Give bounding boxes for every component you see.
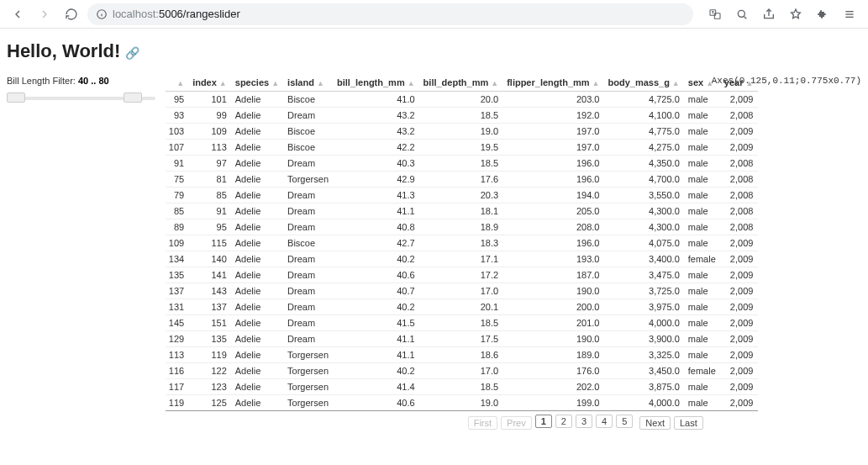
cell-island: Torgersen [284, 379, 334, 395]
cell-flipper_length_mm: 190.0 [503, 331, 604, 347]
cell-index: 113 [189, 140, 232, 156]
cell-species: Adelie [232, 251, 284, 267]
cell-island: Torgersen [284, 363, 334, 379]
column-header-index[interactable]: index▲ [189, 74, 232, 92]
cell-sex: male [685, 347, 721, 363]
cell-index: 91 [189, 203, 232, 219]
cell-species: Adelie [232, 267, 284, 283]
cell-rownum: 89 [166, 219, 189, 235]
column-header-sex[interactable]: sex▲ [685, 74, 721, 92]
cell-bill_depth_mm: 17.6 [420, 172, 504, 188]
cell-bill_length_mm: 40.2 [334, 251, 420, 267]
pager-page-2[interactable]: 2 [555, 415, 572, 428]
forward-button[interactable] [34, 3, 55, 25]
column-header-flipper_length_mm[interactable]: flipper_length_mm▲ [503, 74, 604, 92]
cell-species: Adelie [232, 347, 284, 363]
table-row[interactable]: 129135AdelieDream41.117.5190.03,900.0mal… [166, 331, 759, 347]
cell-bill_depth_mm: 20.1 [420, 299, 504, 315]
svg-point-5 [738, 10, 744, 17]
column-header-body_mass_g[interactable]: body_mass_g▲ [604, 74, 684, 92]
table-row[interactable]: 137143AdelieDream40.717.0190.03,725.0mal… [166, 283, 759, 299]
table-row[interactable]: 145151AdelieDream41.518.5201.04,000.0mal… [166, 315, 759, 331]
reload-button[interactable] [60, 3, 82, 25]
pager-page-1[interactable]: 1 [535, 415, 552, 428]
column-header-rownum[interactable]: ▲ [166, 74, 189, 92]
cell-island: Dream [284, 315, 334, 331]
cell-flipper_length_mm: 199.0 [503, 395, 604, 411]
column-header-island[interactable]: island▲ [284, 74, 334, 92]
cell-body_mass_g: 4,275.0 [604, 140, 684, 156]
cell-species: Adelie [232, 140, 284, 156]
table-row[interactable]: 109115AdelieBiscoe42.718.3196.04,075.0ma… [166, 235, 759, 251]
table-row[interactable]: 9197AdelieDream40.318.5196.04,350.0male2… [166, 156, 759, 172]
cell-sex: female [685, 363, 721, 379]
share-icon[interactable] [757, 3, 781, 25]
bookmark-star-icon[interactable] [784, 3, 808, 25]
permalink-icon[interactable]: 🔗 [125, 46, 139, 60]
table-row[interactable]: 8995AdelieDream40.818.9208.04,300.0male2… [166, 219, 759, 235]
table-row[interactable]: 95101AdelieBiscoe41.020.0203.04,725.0mal… [166, 92, 759, 108]
cell-flipper_length_mm: 192.0 [503, 108, 604, 124]
cell-bill_length_mm: 40.6 [334, 267, 420, 283]
cell-rownum: 85 [166, 203, 189, 219]
cell-year: 2,008 [721, 156, 759, 172]
cell-year: 2,008 [721, 172, 759, 188]
table-row[interactable]: 103109AdelieBiscoe43.219.0197.04,775.0ma… [166, 124, 759, 140]
range-slider[interactable] [7, 91, 157, 106]
extensions-icon[interactable] [811, 3, 834, 25]
table-row[interactable]: 113119AdelieTorgersen41.118.6189.03,325.… [166, 347, 759, 363]
pager-page-4[interactable]: 4 [596, 415, 613, 428]
cell-bill_depth_mm: 18.9 [420, 219, 504, 235]
cell-sex: male [685, 219, 721, 235]
cell-year: 2,009 [721, 267, 759, 283]
cell-bill_length_mm: 41.3 [334, 188, 420, 203]
cell-index: 81 [189, 172, 232, 188]
cell-rownum: 103 [166, 124, 189, 140]
table-row[interactable]: 8591AdelieDream41.118.1205.04,300.0male2… [166, 203, 759, 219]
table-row[interactable]: 117123AdelieTorgersen41.418.5202.03,875.… [166, 379, 759, 395]
range-slider-handle-high[interactable] [124, 92, 142, 103]
pager-page-3[interactable]: 3 [576, 415, 592, 428]
range-slider-handle-low[interactable] [7, 92, 25, 103]
cell-rownum: 113 [166, 347, 189, 363]
table-row[interactable]: 107113AdelieBiscoe42.219.5197.04,275.0ma… [166, 140, 759, 156]
table-row[interactable]: 131137AdelieDream40.220.1200.03,975.0mal… [166, 299, 759, 315]
pager-first[interactable]: First [468, 416, 497, 430]
table-row[interactable]: 135141AdelieDream40.617.2187.03,475.0mal… [166, 267, 759, 283]
column-header-bill_depth_mm[interactable]: bill_depth_mm▲ [420, 74, 504, 92]
pager-prev[interactable]: Prev [501, 416, 532, 430]
pager-next[interactable]: Next [639, 416, 671, 430]
table-row[interactable]: 119125AdelieTorgersen40.619.0199.04,000.… [166, 395, 759, 411]
pager-page-5[interactable]: 5 [616, 415, 633, 428]
table-row[interactable]: 7581AdelieTorgersen42.917.6196.04,700.0m… [166, 172, 759, 188]
cell-body_mass_g: 4,300.0 [604, 203, 684, 219]
table-row[interactable]: 7985AdelieDream41.320.3194.03,550.0male2… [166, 188, 759, 203]
pager-last[interactable]: Last [674, 416, 703, 430]
url-bar[interactable]: localhost:5006/rangeslider [87, 3, 693, 25]
table-row[interactable]: 116122AdelieTorgersen40.217.0176.03,450.… [166, 363, 759, 379]
table-row[interactable]: 134140AdelieDream40.217.1193.03,400.0fem… [166, 251, 759, 267]
menu-icon[interactable] [838, 3, 861, 25]
column-header-species[interactable]: species▲ [232, 74, 284, 92]
translate-icon[interactable] [703, 3, 727, 25]
column-header-bill_length_mm[interactable]: bill_length_mm▲ [334, 74, 420, 92]
table-row[interactable]: 9399AdelieDream43.218.5192.04,100.0male2… [166, 108, 759, 124]
cell-body_mass_g: 3,550.0 [604, 188, 684, 203]
cell-species: Adelie [232, 156, 284, 172]
cell-flipper_length_mm: 197.0 [503, 140, 604, 156]
cell-index: 115 [189, 235, 232, 251]
zoom-icon[interactable] [730, 3, 754, 25]
cell-year: 2,009 [721, 235, 759, 251]
cell-flipper_length_mm: 196.0 [503, 156, 604, 172]
back-button[interactable] [7, 3, 29, 25]
cell-index: 125 [189, 395, 232, 411]
cell-bill_depth_mm: 18.3 [420, 235, 504, 251]
data-table-wrap: ▲index▲species▲island▲bill_length_mm▲bil… [166, 74, 703, 430]
cell-index: 85 [189, 188, 232, 203]
column-header-year[interactable]: year▲ [721, 74, 759, 92]
cell-index: 141 [189, 267, 232, 283]
cell-bill_depth_mm: 18.6 [420, 347, 504, 363]
cell-body_mass_g: 4,000.0 [604, 395, 684, 411]
cell-flipper_length_mm: 202.0 [503, 379, 604, 395]
cell-flipper_length_mm: 196.0 [503, 172, 604, 188]
